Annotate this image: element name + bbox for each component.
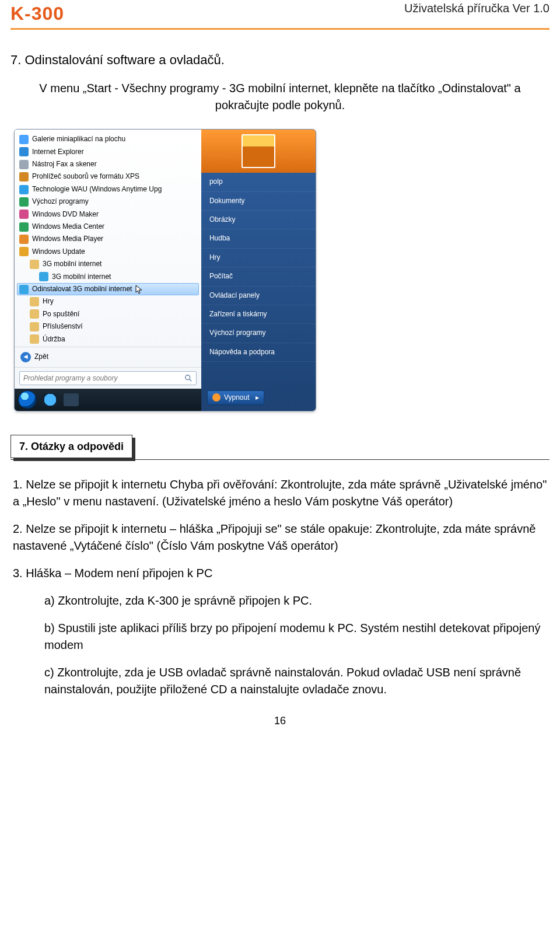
qa-item-3c: c) Zkontrolujte, zda je USB ovladač sprá… xyxy=(44,664,547,698)
app-icon xyxy=(30,260,39,269)
app-icon xyxy=(19,147,29,156)
startmenu-right-item[interactable]: Ovládací panely xyxy=(201,287,316,305)
section-title-uninstall: 7. Odinstalování software a ovladačů. xyxy=(10,51,550,69)
startmenu-right-item[interactable]: Počítač xyxy=(201,267,316,286)
startmenu-item-label: Prohlížeč souborů ve formátu XPS xyxy=(32,172,139,181)
app-icon xyxy=(19,222,29,232)
section-title-qa: 7. Otázky a odpovědi xyxy=(10,435,132,458)
power-icon xyxy=(212,393,220,402)
startmenu-right-item[interactable]: Nápověda a podpora xyxy=(201,343,316,362)
startmenu-right-item[interactable]: Zařízení a tiskárny xyxy=(201,305,316,324)
startmenu-item[interactable]: Windows Media Player xyxy=(17,233,199,245)
startmenu-right-item[interactable]: Obrázky xyxy=(201,211,316,229)
startmenu-item-label: Galerie miniaplikací na plochu xyxy=(32,134,125,144)
user-name[interactable]: polp xyxy=(201,173,316,191)
startmenu-item[interactable]: Po spuštění xyxy=(17,308,199,320)
app-icon xyxy=(30,309,39,319)
startmenu-right-item[interactable]: Výchozí programy xyxy=(201,324,316,343)
app-icon xyxy=(39,272,48,281)
startmenu-item[interactable]: Windows Media Center xyxy=(17,221,199,233)
app-icon xyxy=(30,297,39,306)
startmenu-item-label: Odinstalovat 3G mobilní internet xyxy=(32,284,132,294)
svg-point-0 xyxy=(186,375,190,380)
taskbar-ie-icon[interactable] xyxy=(43,393,58,406)
startmenu-item[interactable]: Hry xyxy=(17,295,199,308)
startmenu-item-label: Internet Explorer xyxy=(32,147,84,157)
search-input[interactable] xyxy=(19,371,197,385)
startmenu-item[interactable]: 3G mobilní internet xyxy=(17,271,199,283)
startmenu-item[interactable]: Údržba xyxy=(17,333,199,345)
startmenu-item[interactable]: Příslušenství xyxy=(17,320,199,333)
qa-item-3: 3. Hláška – Modem není připojen k PC xyxy=(13,565,547,582)
chevron-right-icon: ▸ xyxy=(256,393,259,403)
startmenu-item-label: Windows Media Center xyxy=(32,222,104,232)
back-arrow-icon: ◄ xyxy=(20,352,31,362)
start-orb-icon[interactable] xyxy=(18,390,37,409)
startmenu-item-label: Windows DVD Maker xyxy=(32,210,99,219)
startmenu-item[interactable]: Windows DVD Maker xyxy=(17,208,199,221)
page-brand: K-300 xyxy=(10,0,64,27)
startmenu-item[interactable]: Internet Explorer xyxy=(17,146,199,158)
startmenu-item[interactable]: Galerie miniaplikací na plochu xyxy=(17,133,199,145)
app-icon xyxy=(30,334,39,344)
app-icon xyxy=(19,160,29,169)
startmenu-item-label: Po spuštění xyxy=(43,309,79,319)
startmenu-item-label: Výchozí programy xyxy=(32,197,89,207)
app-icon xyxy=(19,135,29,144)
qa-item-3a: a) Zkontrolujte, zda K-300 je správně př… xyxy=(44,592,547,609)
app-icon xyxy=(19,285,29,294)
startmenu-right-item[interactable]: Hry xyxy=(201,249,316,267)
startmenu-item[interactable]: Výchozí programy xyxy=(17,196,199,208)
startmenu-item-label: Údržba xyxy=(43,334,65,344)
app-icon xyxy=(19,197,29,207)
page-number: 16 xyxy=(10,713,550,728)
qa-item-1: 1. Nelze se připojit k internetu Chyba p… xyxy=(13,476,547,510)
startmenu-item[interactable]: Nástroj Fax a skener xyxy=(17,158,199,170)
startmenu-right-item[interactable]: Hudba xyxy=(201,229,316,248)
startmenu-right-item[interactable]: Dokumenty xyxy=(201,192,316,211)
startmenu-item[interactable]: Prohlížeč souborů ve formátu XPS xyxy=(17,170,199,183)
search-icon xyxy=(184,374,192,382)
taskbar-explorer-icon[interactable] xyxy=(64,393,79,406)
search-field[interactable] xyxy=(20,372,184,385)
shutdown-button[interactable]: Vypnout ▸ xyxy=(207,390,264,405)
app-icon xyxy=(19,235,29,244)
app-icon xyxy=(30,322,39,331)
startmenu-item-label: Hry xyxy=(43,296,54,306)
qa-item-3b: b) Spustili jste aplikaci příliš brzy po… xyxy=(44,620,547,654)
startmenu-item-label: Windows Update xyxy=(32,247,85,257)
startmenu-item-label: Windows Media Player xyxy=(32,234,103,244)
startmenu-screenshot: Galerie miniaplikací na plochuInternet E… xyxy=(14,129,316,411)
startmenu-item-label: 3G mobilní internet xyxy=(52,272,111,282)
page-version: Uživatelská příručka Ver 1.0 xyxy=(404,0,550,17)
startmenu-item[interactable]: Technologie WAU (Windows Anytime Upg xyxy=(17,183,199,196)
startmenu-item[interactable]: Odinstalovat 3G mobilní internet xyxy=(17,283,199,295)
app-icon xyxy=(19,247,29,256)
cursor-icon xyxy=(135,285,144,294)
startmenu-item[interactable]: 3G mobilní internet xyxy=(17,258,199,270)
startmenu-item-label: 3G mobilní internet xyxy=(43,259,102,269)
section-intro: V menu „Start - Všechny programy - 3G mo… xyxy=(13,80,547,114)
app-icon xyxy=(19,185,29,194)
startmenu-item-label: Technologie WAU (Windows Anytime Upg xyxy=(32,184,162,194)
startmenu-item-label: Nástroj Fax a skener xyxy=(32,159,97,169)
app-icon xyxy=(19,210,29,219)
section-rule xyxy=(10,459,550,460)
back-row[interactable]: ◄ Zpět xyxy=(15,347,201,367)
back-label: Zpět xyxy=(34,352,48,362)
app-icon xyxy=(19,172,29,181)
startmenu-item-label: Příslušenství xyxy=(43,322,83,331)
user-avatar xyxy=(201,130,316,173)
svg-line-1 xyxy=(190,379,192,382)
avatar-picture-icon xyxy=(242,134,275,168)
taskbar xyxy=(15,389,201,411)
startmenu-item[interactable]: Windows Update xyxy=(17,246,199,258)
shutdown-label: Vypnout xyxy=(224,393,250,403)
qa-item-2: 2. Nelze se připojit k internetu – hlášk… xyxy=(13,521,547,554)
